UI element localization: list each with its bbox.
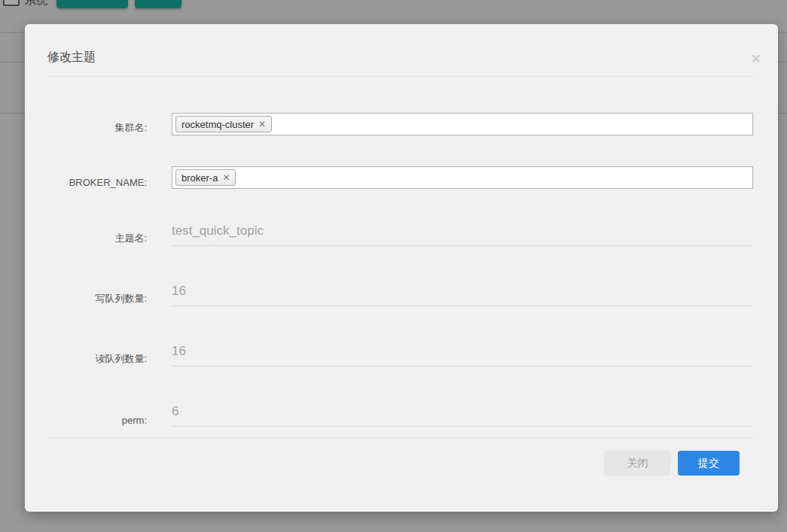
tag-rocketmq-cluster: rocketmq-cluster ✕ <box>175 116 272 132</box>
write-queue-input[interactable]: 16 <box>172 272 753 306</box>
broker-name-label: BROKER_NAME: <box>47 177 147 189</box>
modal-footer: 关闭 提交 <box>604 451 740 476</box>
write-queue-label: 写队列数量: <box>47 292 147 306</box>
tag-label: rocketmq-cluster <box>181 119 254 130</box>
system-checkbox-label: 系统 <box>25 0 47 8</box>
topic-name-label: 主题名: <box>47 232 147 246</box>
read-queue-value: 16 <box>172 344 186 359</box>
cluster-name-input[interactable]: rocketmq-cluster ✕ <box>172 113 753 135</box>
tag-broker-a: broker-a ✕ <box>175 169 236 186</box>
read-queue-label: 读队列数量: <box>47 352 147 366</box>
perm-input[interactable]: 6 <box>172 392 753 427</box>
perm-value: 6 <box>172 404 178 419</box>
close-icon[interactable]: ✕ <box>751 53 761 65</box>
tag-remove-icon[interactable]: ✕ <box>222 172 230 183</box>
field-row-topic-name: 主题名: test_quick_topic <box>47 211 753 246</box>
add-update-button[interactable]: 新增/更新 <box>56 0 128 8</box>
field-row-perm: perm: 6 <box>47 392 753 427</box>
modify-topic-modal: ✕ 修改主题 集群名: rocketmq-cluster ✕ BROKER_NA… <box>25 24 778 512</box>
topic-name-value: test_quick_topic <box>172 223 264 239</box>
cluster-name-label: 集群名: <box>47 121 147 135</box>
submit-button[interactable]: 提交 <box>678 451 740 476</box>
write-queue-value: 16 <box>172 284 186 299</box>
system-checkbox[interactable] <box>3 0 20 6</box>
header-divider <box>47 76 755 77</box>
refresh-button[interactable]: 刷新 <box>135 0 181 8</box>
field-row-broker: BROKER_NAME: broker-a ✕ <box>47 163 753 189</box>
background-toolbar: 系统 新增/更新 刷新 <box>0 0 787 11</box>
topic-name-input: test_quick_topic <box>172 211 753 246</box>
read-queue-input[interactable]: 16 <box>172 332 753 366</box>
perm-label: perm: <box>47 415 147 427</box>
modal-title: 修改主题 <box>47 50 96 65</box>
footer-divider <box>47 437 755 438</box>
field-row-cluster: 集群名: rocketmq-cluster ✕ <box>47 110 753 135</box>
broker-name-input[interactable]: broker-a ✕ <box>172 166 753 189</box>
field-row-write-queue: 写队列数量: 16 <box>47 272 753 306</box>
close-button[interactable]: 关闭 <box>604 451 671 476</box>
tag-remove-icon[interactable]: ✕ <box>258 119 266 129</box>
field-row-read-queue: 读队列数量: 16 <box>47 332 753 366</box>
tag-label: broker-a <box>181 172 218 184</box>
